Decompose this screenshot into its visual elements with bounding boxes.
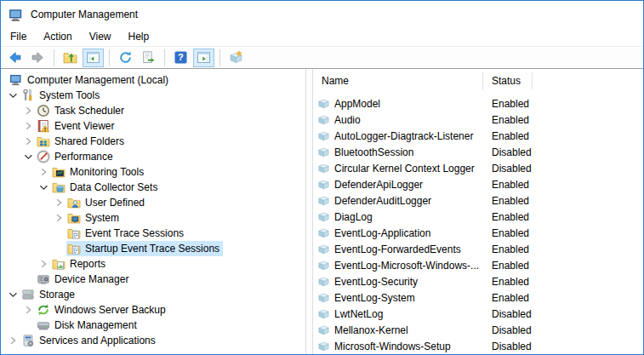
column-header-status[interactable]: Status bbox=[483, 72, 533, 89]
console-tree-icon bbox=[86, 50, 100, 65]
up-folder-icon bbox=[63, 50, 77, 65]
list-row-lwtnetlog[interactable]: LwtNetLog Disabled bbox=[313, 306, 643, 322]
chevron-expanded-icon[interactable] bbox=[6, 288, 20, 301]
trace-session-cube-icon bbox=[317, 243, 330, 255]
chevron-collapsed-icon[interactable] bbox=[21, 303, 35, 317]
chevron-expanded-icon[interactable] bbox=[21, 150, 35, 163]
user-defined-icon bbox=[67, 196, 81, 209]
status-value: Disabled bbox=[483, 163, 532, 175]
tree-item-shared-folders[interactable]: Shared Folders bbox=[1, 134, 305, 149]
chevron-expanded-icon[interactable] bbox=[6, 89, 20, 102]
tree-item-device-manager[interactable]: Device Manager bbox=[1, 272, 305, 287]
trace-session-cube-icon bbox=[317, 340, 330, 352]
tree-item-services-and-applications[interactable]: Services and Applications bbox=[1, 333, 305, 348]
status-value: Disabled bbox=[483, 308, 532, 320]
chevron-expanded-icon[interactable] bbox=[37, 180, 50, 194]
tree-item-monitoring-tools[interactable]: Monitoring Tools bbox=[1, 164, 305, 180]
list-row-mellanox-kernel[interactable]: Mellanox-Kernel Disabled bbox=[313, 322, 643, 338]
status-value: Enabled bbox=[483, 98, 529, 110]
event-trace-sessions-icon bbox=[67, 226, 81, 240]
status-value: Enabled bbox=[483, 260, 529, 272]
tree-item-disk-management[interactable]: Disk Management bbox=[1, 318, 305, 333]
list-row-eventlog-forwardedevents[interactable]: EventLog-ForwardedEvents Enabled bbox=[313, 241, 643, 257]
device-manager-icon bbox=[37, 272, 50, 286]
chevron-collapsed-icon[interactable] bbox=[21, 104, 35, 117]
list-row-audio[interactable]: Audio Enabled bbox=[313, 112, 643, 128]
trace-session-cube-icon bbox=[317, 226, 330, 239]
system-folder-icon bbox=[67, 211, 81, 225]
sessions-list-pane: Name Status AppModel Enabled Audio Enabl… bbox=[312, 69, 643, 354]
tree-item-event-viewer[interactable]: Event Viewer bbox=[1, 118, 305, 134]
tree-item-data-collector-sets[interactable]: Data Collector Sets bbox=[1, 180, 305, 195]
toolbar bbox=[1, 46, 643, 69]
back-arrow-icon bbox=[8, 50, 22, 65]
status-value: Enabled bbox=[483, 243, 529, 255]
main-area: Computer Management (Local) System Tools… bbox=[1, 69, 643, 354]
show-hide-action-pane-button[interactable] bbox=[193, 49, 214, 67]
chevron-collapsed-icon[interactable] bbox=[52, 196, 66, 209]
list-row-eventlog-security[interactable]: EventLog-Security Enabled bbox=[313, 273, 643, 289]
tree-item-user-defined[interactable]: User Defined bbox=[1, 195, 305, 210]
menu-bar: File Action View Help bbox=[1, 27, 643, 46]
refresh-icon bbox=[118, 50, 133, 65]
column-header-name[interactable]: Name bbox=[313, 72, 483, 89]
forward-button[interactable] bbox=[27, 49, 48, 67]
list-row-appmodel[interactable]: AppModel Enabled bbox=[313, 95, 643, 112]
menu-help[interactable]: Help bbox=[120, 28, 158, 45]
event-viewer-icon bbox=[37, 119, 50, 133]
list-row-eventlog-system[interactable]: EventLog-System Enabled bbox=[313, 289, 643, 306]
menu-action[interactable]: Action bbox=[35, 28, 80, 45]
tree-item-performance[interactable]: Performance bbox=[1, 149, 305, 164]
chevron-collapsed-icon[interactable] bbox=[52, 211, 66, 225]
tree-item-computer-management-local[interactable]: Computer Management (Local) bbox=[1, 72, 305, 88]
forward-arrow-icon bbox=[31, 50, 45, 65]
help-icon bbox=[174, 50, 188, 65]
menu-file[interactable]: File bbox=[2, 28, 35, 45]
trace-session-cube-icon bbox=[317, 178, 330, 191]
status-value: Enabled bbox=[483, 130, 529, 142]
list-row-bluetoothsession[interactable]: BluetoothSession Disabled bbox=[313, 144, 643, 160]
tree-item-startup-event-trace-sessions[interactable]: Startup Event Trace Sessions bbox=[1, 241, 305, 256]
list-row-defenderapilogger[interactable]: DefenderApiLogger Enabled bbox=[313, 176, 643, 192]
list-row-eventlog-microsoft-windows[interactable]: EventLog-Microsoft-Windows-... Enabled bbox=[313, 257, 643, 273]
list-row-autologger-diagtrack-listener[interactable]: AutoLogger-Diagtrack-Listener Enabled bbox=[313, 128, 643, 144]
menu-view[interactable]: View bbox=[81, 28, 120, 45]
tree-item-storage[interactable]: Storage bbox=[1, 287, 305, 302]
back-button[interactable] bbox=[4, 49, 26, 67]
chevron-collapsed-icon[interactable] bbox=[21, 135, 35, 148]
chevron-placeholder bbox=[21, 272, 35, 286]
new-session-button[interactable] bbox=[225, 49, 247, 67]
list-row-eventlog-application[interactable]: EventLog-Application Enabled bbox=[313, 225, 643, 241]
trace-session-cube-icon bbox=[317, 146, 330, 158]
tree-item-system-tools[interactable]: System Tools bbox=[1, 88, 305, 103]
chevron-collapsed-icon[interactable] bbox=[37, 257, 50, 271]
monitoring-tools-icon bbox=[52, 165, 66, 179]
chevron-collapsed-icon[interactable] bbox=[6, 334, 20, 347]
tree-item-event-trace-sessions[interactable]: Event Trace Sessions bbox=[1, 226, 305, 241]
chevron-collapsed-icon[interactable] bbox=[37, 165, 50, 179]
list-row-circular-kernel-context-logger[interactable]: Circular Kernel Context Logger Disabled bbox=[313, 160, 643, 176]
up-one-level-button[interactable] bbox=[60, 49, 81, 67]
help-button[interactable] bbox=[170, 49, 191, 67]
tree-item-system[interactable]: System bbox=[1, 210, 305, 226]
action-pane-icon bbox=[197, 50, 211, 65]
show-hide-console-tree-button[interactable] bbox=[83, 49, 104, 67]
list-row-defenderauditlogger[interactable]: DefenderAuditLogger Enabled bbox=[313, 192, 643, 209]
data-collector-sets-icon bbox=[52, 180, 66, 194]
export-list-button[interactable] bbox=[138, 49, 159, 67]
status-value: Enabled bbox=[483, 292, 529, 304]
refresh-button[interactable] bbox=[115, 49, 136, 67]
trace-session-cube-icon bbox=[317, 162, 330, 175]
list-row-microsoft-windows-setup[interactable]: Microsoft-Windows-Setup Disabled bbox=[313, 338, 643, 354]
tree-item-reports[interactable]: Reports bbox=[1, 256, 305, 272]
tree-item-windows-server-backup[interactable]: Windows Server Backup bbox=[1, 302, 305, 318]
list-row-diaglog[interactable]: DiagLog Enabled bbox=[313, 209, 643, 225]
performance-icon bbox=[37, 150, 50, 163]
pane-splitter[interactable] bbox=[306, 69, 312, 354]
chevron-collapsed-icon[interactable] bbox=[21, 119, 35, 133]
status-value: Enabled bbox=[483, 195, 529, 207]
trace-session-cube-icon bbox=[317, 194, 330, 207]
tree-item-task-scheduler[interactable]: Task Scheduler bbox=[1, 103, 305, 118]
title-bar[interactable]: Computer Management bbox=[1, 1, 643, 27]
status-value: Disabled bbox=[483, 324, 532, 336]
